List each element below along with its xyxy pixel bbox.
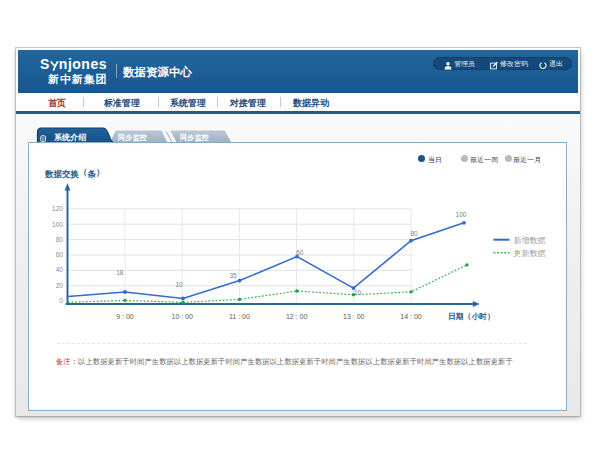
svg-text:日期（小时）: 日期（小时） xyxy=(448,312,495,321)
svg-text:80: 80 xyxy=(56,236,64,243)
svg-text:同步监控: 同步监控 xyxy=(180,133,210,142)
svg-text:10 : 00: 10 : 00 xyxy=(171,313,193,320)
svg-text:11 : 00: 11 : 00 xyxy=(229,313,250,320)
svg-text:0: 0 xyxy=(59,297,63,304)
svg-text:10: 10 xyxy=(175,281,183,288)
svg-text:100: 100 xyxy=(456,211,467,218)
svg-text:14 : 00: 14 : 00 xyxy=(400,313,422,320)
svg-text:80: 80 xyxy=(410,230,418,237)
svg-text:同步监控: 同步监控 xyxy=(118,133,148,142)
svg-text:40: 40 xyxy=(56,266,64,273)
svg-text:9 : 00: 9 : 00 xyxy=(116,313,134,320)
svg-text:60: 60 xyxy=(56,251,64,258)
svg-text:18: 18 xyxy=(116,269,124,276)
svg-text:新增数据: 新增数据 xyxy=(514,236,546,245)
svg-text:10: 10 xyxy=(354,289,362,296)
svg-text:120: 120 xyxy=(52,205,63,212)
svg-text:100: 100 xyxy=(52,221,63,228)
svg-text:系统介绍: 系统介绍 xyxy=(53,132,86,142)
svg-text:60: 60 xyxy=(296,249,304,256)
svg-text:35: 35 xyxy=(229,272,237,279)
svg-text:13 : 00: 13 : 00 xyxy=(343,313,365,320)
svg-text:12 : 00: 12 : 00 xyxy=(286,313,308,320)
svg-text:20: 20 xyxy=(56,282,64,289)
svg-text:更新数据: 更新数据 xyxy=(514,249,546,258)
